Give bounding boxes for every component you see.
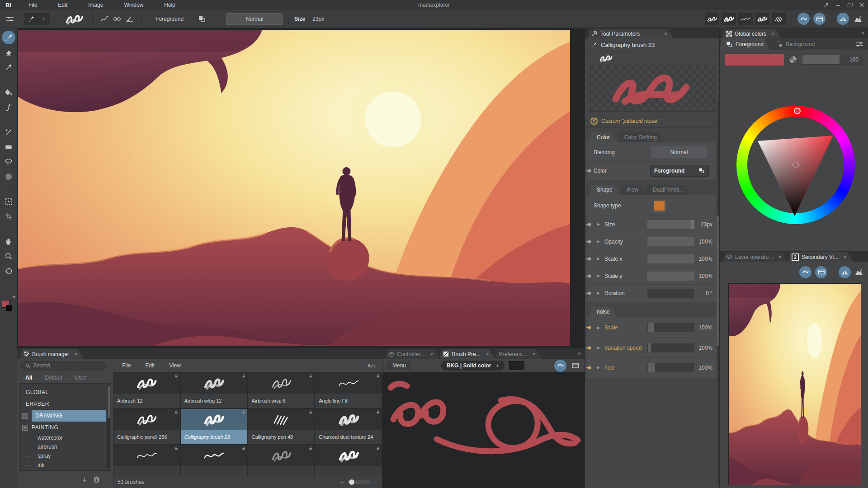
recent-brush-1[interactable] — [705, 13, 719, 25]
brush-cell[interactable]: Airbrush 12 — [113, 373, 180, 408]
expander-icon[interactable]: ▶ — [597, 366, 603, 370]
brush-search[interactable] — [21, 361, 106, 371]
tab-flow[interactable]: Flow — [620, 185, 646, 195]
bm-menu-edit[interactable]: Edit — [139, 362, 161, 369]
input-jack-icon[interactable] — [586, 169, 592, 173]
frame-view-button[interactable] — [813, 13, 826, 25]
brush-cell[interactable] — [113, 445, 180, 476]
brush-cell[interactable]: Angle line Fill — [315, 373, 382, 408]
category-painting[interactable]: − PAINTING — [19, 422, 111, 433]
inking-tool-icon[interactable] — [0, 124, 17, 139]
brush-cell[interactable]: Calligraphy pen 48 — [248, 409, 315, 444]
close-icon[interactable]: × — [664, 31, 667, 37]
global-colors-tab[interactable]: Global colors × — [722, 29, 781, 38]
controller-tab[interactable]: Controller... × — [385, 349, 439, 359]
swirl-view-button[interactable] — [799, 266, 811, 278]
close-panel-icon[interactable]: × — [861, 30, 864, 37]
fuzzy-select-tool-icon[interactable] — [0, 169, 17, 184]
secondary-view-canvas[interactable] — [728, 283, 861, 485]
color-picker-tool-icon[interactable] — [0, 60, 17, 75]
input-jack-icon[interactable] — [586, 239, 592, 244]
menu-edit[interactable]: Edit — [54, 2, 71, 8]
noise-scale-slider[interactable] — [647, 323, 694, 332]
layer-operations-tab[interactable]: Layer operato... × — [722, 252, 788, 262]
background-color-swatch[interactable] — [6, 305, 12, 311]
brush-scratchpad[interactable] — [382, 372, 585, 488]
canvas-painting[interactable] — [18, 30, 570, 346]
lasso-select-tool-icon[interactable] — [0, 154, 17, 169]
zoom-in-icon[interactable]: + — [374, 479, 377, 485]
brush-tool-button[interactable] — [24, 13, 37, 25]
brush-cell[interactable] — [248, 445, 315, 476]
category-ink[interactable]: ink — [19, 460, 111, 469]
thumbnail-size-slider[interactable] — [347, 480, 371, 484]
expander-icon[interactable]: ▶ — [597, 326, 603, 330]
tab-background[interactable]: Background — [770, 38, 821, 50]
category-drawing[interactable]: + DRAWING — [19, 410, 111, 422]
size-value[interactable]: 23px — [312, 16, 324, 22]
close-icon[interactable]: × — [533, 352, 536, 357]
tab-color[interactable]: Color — [590, 132, 617, 142]
tab-foreground[interactable]: Foreground — [720, 38, 770, 50]
noise-hole-slider[interactable] — [647, 363, 694, 372]
blend-mode-dropdown[interactable]: Normal — [226, 13, 283, 25]
close-icon[interactable]: × — [75, 352, 78, 357]
brush-cell-selected[interactable]: Calligraphy brush 23 — [181, 409, 247, 444]
frame-view-button[interactable] — [571, 361, 580, 370]
tool-options-icon[interactable] — [4, 13, 16, 25]
category-eraser[interactable]: ERASER — [19, 398, 111, 410]
canvas-viewport[interactable] — [17, 28, 585, 348]
minimize-icon[interactable] — [835, 2, 841, 8]
fx-tool-icon[interactable]: ƒ — [0, 99, 17, 114]
close-icon[interactable]: × — [844, 254, 847, 260]
input-jack-icon[interactable] — [586, 274, 592, 278]
opacity-slider[interactable] — [647, 237, 694, 246]
expander-icon[interactable]: ▶ — [597, 346, 603, 350]
expander-icon[interactable]: ▶ — [597, 291, 603, 295]
wallpaper-button[interactable] — [854, 268, 863, 276]
color-wheel[interactable] — [736, 106, 855, 224]
swirl-view-button[interactable] — [554, 360, 566, 372]
color-options-icon[interactable] — [855, 41, 868, 47]
brush-cell[interactable]: Airbrush w/bg 12 — [181, 373, 247, 408]
angle-line-icon[interactable] — [123, 13, 136, 25]
input-jack-icon[interactable] — [586, 366, 592, 370]
preferences-tab[interactable]: Preferenc... × — [495, 349, 542, 359]
scale-y-slider[interactable] — [647, 272, 694, 281]
add-category-icon[interactable]: + — [82, 476, 86, 483]
menu-image[interactable]: Image — [85, 2, 107, 8]
brush-cell[interactable] — [315, 445, 382, 476]
rect-select-tool-icon[interactable] — [0, 139, 17, 154]
rotate-canvas-tool-icon[interactable] — [0, 263, 17, 278]
category-global[interactable]: GLOBAL — [19, 386, 111, 398]
close-icon[interactable]: × — [486, 352, 489, 357]
filter-all[interactable]: All — [19, 375, 38, 381]
preview-bg-swatch[interactable] — [509, 361, 524, 370]
swap-color-swatch-icon[interactable] — [195, 13, 208, 25]
brush-tool-icon[interactable] — [0, 30, 17, 45]
bm-menu-view[interactable]: View — [163, 362, 187, 369]
tool-parameters-tab[interactable]: Tool Parameters × — [588, 29, 674, 38]
expander-icon[interactable]: ▶ — [597, 274, 603, 278]
bm-menu-file[interactable]: File — [116, 362, 137, 369]
expander-icon[interactable]: ▶ — [597, 257, 603, 261]
filter-default[interactable]: Default — [38, 375, 68, 381]
hue-marker[interactable] — [794, 108, 801, 114]
close-panel-icon[interactable]: × — [578, 351, 581, 357]
recent-brush-3[interactable] — [738, 13, 753, 25]
recent-brush-2[interactable] — [722, 13, 736, 25]
input-jack-icon[interactable] — [586, 222, 592, 227]
sv-marker[interactable] — [793, 162, 799, 168]
eraser-tool-icon[interactable] — [0, 45, 17, 60]
brush-manager-tab[interactable]: Brush manager × — [20, 349, 84, 359]
restore-icon[interactable] — [847, 2, 853, 8]
zoom-out-icon[interactable]: − — [340, 479, 344, 485]
freehand-stroke-icon[interactable] — [98, 13, 111, 25]
secondary-view-tab[interactable]: 2 Secondary Vi... × — [788, 252, 853, 262]
preview-menu-button[interactable]: Menu — [387, 361, 411, 370]
close-icon[interactable]: × — [430, 352, 433, 357]
input-jack-icon[interactable] — [586, 257, 592, 261]
background-type-dropdown[interactable]: BKG | Solid color ▼ — [441, 361, 505, 371]
category-airbrush[interactable]: airbrush — [19, 442, 111, 451]
tab-dualprimitive[interactable]: DualPrimiti... — [646, 185, 691, 195]
